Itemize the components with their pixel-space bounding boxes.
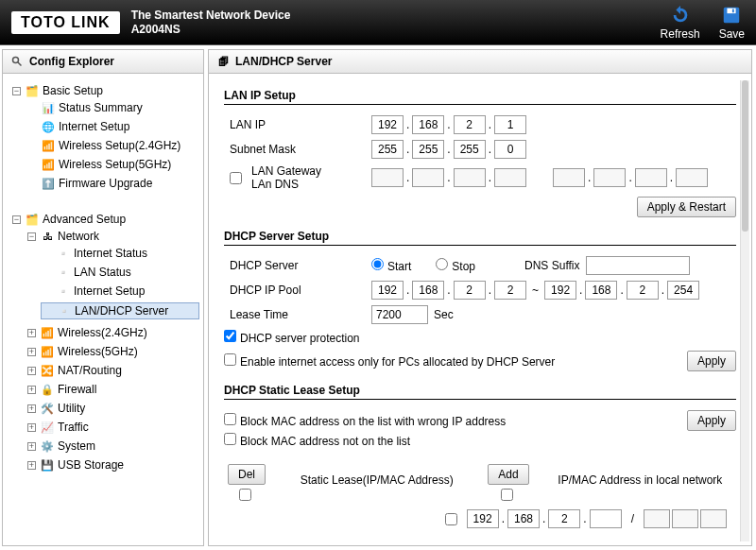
expand-icon[interactable]: + [27,442,36,451]
row-checkbox[interactable] [445,513,457,525]
tree-item[interactable]: ⬆️Firmware Upgrade [26,176,199,191]
tree-item[interactable]: ▫️LAN/DHCP Server [41,302,199,319]
ip-octet[interactable] [412,281,444,300]
scrollbar[interactable] [740,80,749,541]
tree-label: Traffic [58,421,89,434]
dhcp-pool-to[interactable]: ... [544,281,699,300]
collapse-icon[interactable]: − [27,232,36,241]
dhcp-only-checkbox[interactable]: Enable internet access only for PCs allo… [224,353,555,369]
refresh-icon [670,5,691,26]
tagline: The Smartest Network Device A2004NS [131,9,291,36]
ip-octet[interactable] [494,115,526,134]
ip-octet[interactable] [507,509,540,528]
tree-item[interactable]: 📊Status Summary [26,100,199,115]
ip-octet[interactable] [494,140,526,159]
tree-item[interactable]: +🛠️Utility [26,401,199,416]
tree-item[interactable]: ▫️LAN Status [41,265,199,280]
page-icon: ▫️ [58,304,71,318]
tree-network[interactable]: −🖧Network [26,229,199,244]
svg-line-4 [18,62,22,66]
tree-item[interactable]: +⚙️System [26,438,199,454]
save-button[interactable]: Save [719,5,745,41]
ip-octet[interactable] [412,115,444,134]
dhcp-pool-label: DHCP IP Pool [224,284,366,297]
ip-octet[interactable] [412,140,444,159]
collapse-icon[interactable]: − [12,87,21,95]
tree-item[interactable]: +🔒Firewall [26,382,199,397]
tree-item[interactable]: 📶Wireless Setup(5GHz) [26,157,199,172]
ip-octet[interactable] [371,281,404,300]
tree-item[interactable]: +📶Wireless(5GHz) [26,344,199,359]
expand-icon[interactable]: + [27,386,36,394]
ip-octet[interactable] [371,115,404,134]
tree-advanced-setup[interactable]: −🗂️Advanced Setup [10,212,199,227]
refresh-label: Refresh [661,27,700,41]
tree-label: USB Storage [58,458,124,472]
lease-input[interactable] [371,305,428,324]
ip-octet[interactable] [454,140,486,159]
add-all-checkbox[interactable] [501,489,513,501]
brand-logo: TOTO LINK [11,11,120,34]
tree-item[interactable]: +💾USB Storage [26,457,199,473]
subnet-input[interactable]: ... [371,140,526,159]
ip-octet[interactable] [494,281,526,300]
refresh-button[interactable]: Refresh [661,5,700,41]
dns-suffix-label: DNS Suffix [524,259,579,272]
content-header: 🗐 LAN/DHCP Server [209,50,751,74]
tree-item[interactable]: +📈Traffic [26,420,199,435]
dns-suffix-input[interactable] [586,256,690,275]
ip-octet[interactable] [544,281,576,300]
ip-octet[interactable] [467,509,499,528]
tree-basic-setup[interactable]: −🗂️Basic Setup [10,83,199,98]
ip-octet[interactable] [590,509,622,528]
expand-icon[interactable]: + [27,348,36,356]
dhcp-start-radio[interactable]: Start [371,258,411,273]
ip-octet[interactable] [667,281,699,300]
del-all-checkbox[interactable] [239,489,251,501]
add-button[interactable]: Add [488,464,528,485]
ip-octet[interactable] [585,281,617,300]
tree-label: Network [58,230,99,243]
row-mac-input[interactable] [644,509,727,528]
ip-octet[interactable] [627,281,659,300]
item-icon: ⚙️ [41,439,54,453]
expand-icon[interactable]: + [27,367,36,375]
section-lan-ip: LAN IP Setup [224,89,736,105]
ip-octet[interactable] [548,509,580,528]
lan-gateway-input[interactable]: ... [371,168,526,187]
dhcp-protection-checkbox[interactable]: DHCP server protection [224,330,360,345]
tree-item[interactable]: ▫️Internet Setup [41,284,199,299]
expand-icon[interactable]: + [27,423,36,432]
ip-octet[interactable] [454,115,486,134]
ip-octet[interactable] [371,140,404,159]
expand-icon[interactable]: + [27,404,36,413]
ip-octet[interactable] [454,281,486,300]
dhcp-pool-from[interactable]: ... [371,281,526,300]
app-header: TOTO LINK The Smartest Network Device A2… [0,0,756,45]
tree-item[interactable]: ▫️Internet Status [41,246,199,261]
tree-label: Internet Status [74,247,147,260]
lease-label: Lease Time [224,308,366,321]
lan-dns-input[interactable]: ... [553,168,708,187]
tree-item[interactable]: 📶Wireless Setup(2.4GHz) [26,138,199,153]
static-apply-button[interactable]: Apply [687,410,736,431]
dhcp-stop-radio[interactable]: Stop [436,258,475,273]
tree-item[interactable]: 🌐Internet Setup [26,119,199,134]
search-icon [10,55,24,68]
apply-restart-button[interactable]: Apply & Restart [637,197,736,217]
dhcp-apply-button[interactable]: Apply [687,351,736,371]
lan-gateway-checkbox[interactable] [230,172,242,184]
block-not-checkbox[interactable]: Block MAC address not on the list [224,433,410,448]
block-wrong-checkbox[interactable]: Block MAC address on the list with wrong… [224,413,506,428]
item-icon: 🛠️ [41,402,54,415]
expand-icon[interactable]: + [27,329,36,337]
del-button[interactable]: Del [228,464,266,485]
tree-item[interactable]: +📶Wireless(2.4GHz) [26,325,199,340]
folder-icon: 🗂️ [26,213,39,226]
tree-item[interactable]: +🔀NAT/Routing [26,363,199,378]
tree-label: NAT/Routing [58,364,122,377]
expand-icon[interactable]: + [27,461,36,470]
lan-ip-input[interactable]: ... [371,115,526,134]
collapse-icon[interactable]: − [12,215,21,224]
row-ip-input[interactable]: ... [467,509,622,528]
